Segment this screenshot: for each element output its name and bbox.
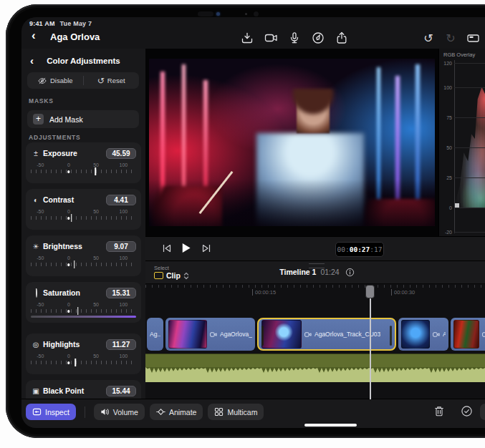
slider-cursor[interactable] (77, 307, 79, 315)
clip-camera-icon (210, 331, 217, 338)
slider-tick-label: 0 (67, 302, 70, 307)
highlights-icon: ◎ (31, 341, 41, 349)
saturation-gradient-strip (31, 316, 136, 318)
reset-label: Reset (107, 77, 125, 84)
import-icon (241, 31, 254, 44)
adjustment-exposure: ±Exposure45.59-50050100 (26, 142, 141, 183)
playhead-handle[interactable] (365, 285, 375, 298)
microphone-icon (288, 31, 301, 44)
timeline-clip[interactable]: AgaOrlova_Track_Wid... (165, 318, 255, 351)
slider-cursor[interactable] (71, 214, 72, 222)
volume-button[interactable]: Volume (94, 404, 145, 420)
info-icon (345, 268, 355, 277)
timeline-duration: 01:24 (320, 268, 339, 276)
adjustment-slider[interactable]: -50050100 (31, 354, 136, 369)
timecode-display[interactable]: 00:00:27:17 (335, 242, 384, 257)
audio-track[interactable] (145, 354, 485, 382)
adjustment-saturation: Saturation15.31-50050100 (26, 282, 141, 323)
skip-forward-button[interactable] (201, 243, 212, 257)
timeline-clip[interactable] (451, 318, 485, 351)
eye-slash-icon (37, 77, 47, 85)
redo-icon: ↻ (446, 31, 455, 45)
adjustment-slider[interactable]: -50050100 (31, 209, 136, 225)
slider-cursor[interactable] (95, 167, 96, 175)
adjustment-slider[interactable]: -50050100 (31, 302, 136, 318)
adjustment-slider[interactable]: -50050100 (31, 162, 136, 178)
done-button[interactable] (461, 405, 473, 420)
timeline-ruler[interactable]: 00:00:1500:00:30 (145, 283, 485, 301)
multicam-button[interactable]: Multicam (208, 404, 264, 420)
video-scene-layer (149, 59, 435, 226)
adjustment-label: Contrast (43, 195, 106, 204)
reset-button[interactable]: ↺ Reset (84, 72, 140, 89)
share-button[interactable] (333, 29, 350, 47)
color-adjustments-panel: ‹ Color Adjustments Disable ↺ Reset MASK… (21, 49, 146, 399)
partial-edge-button[interactable] (480, 404, 485, 420)
scope-gridline (454, 232, 485, 233)
scope-tick-label: 50 (442, 145, 452, 150)
slider-tick-label: 100 (120, 354, 128, 359)
slider-cursor[interactable] (75, 359, 77, 366)
adjustment-brightness: ☀Brightness9.07-50050100 (26, 235, 141, 276)
plus-minus-icon: ± (31, 150, 41, 157)
scope-gridline (454, 117, 485, 118)
import-button[interactable] (239, 29, 256, 47)
record-video-button[interactable] (262, 29, 279, 47)
jog-wheel-button[interactable] (464, 29, 481, 47)
delete-button[interactable] (433, 405, 445, 420)
timeline-clip[interactable]: Ag... (147, 318, 163, 351)
undo-button[interactable]: ↺ (420, 29, 437, 47)
slider-tick-label: 0 (67, 162, 70, 167)
timeline-clip-selected[interactable]: AgaOrlova_Track_CU03 (257, 318, 396, 351)
info-button[interactable] (345, 268, 355, 278)
contrast-icon: ◐ (31, 196, 41, 204)
adjustment-value-field[interactable]: 15.31 (106, 288, 136, 298)
panel-back-button[interactable]: ‹ (30, 54, 34, 67)
adjustment-label: Exposure (43, 149, 106, 157)
ruler-timestamp: 00:00:30 (391, 289, 415, 296)
add-mask-button[interactable]: + Add Mask (27, 110, 139, 128)
record-audio-button[interactable] (286, 29, 303, 47)
back-button[interactable]: ‹ (32, 29, 36, 43)
home-indicator[interactable] (304, 424, 357, 427)
viewer-area (145, 49, 438, 236)
adjustment-value-field[interactable]: 15.44 (106, 386, 136, 396)
redo-button[interactable]: ↻ (442, 29, 459, 47)
slider-tick-label: 100 (120, 255, 128, 260)
toolbar-divider (85, 406, 85, 418)
masks-heading: MASKS (29, 97, 54, 104)
scope-tick-label: 100 (442, 84, 452, 89)
skip-back-button[interactable] (161, 243, 173, 257)
status-date: Tue May 7 (60, 20, 92, 27)
inspect-button[interactable]: Inspect (26, 404, 76, 420)
scope-gridline (454, 87, 485, 88)
adjustments-list: ±Exposure45.59-50050100◐Contrast4.41-500… (26, 142, 141, 427)
slider-tick-label: 50 (93, 162, 99, 167)
adjustment-slider[interactable]: -50050100 (31, 255, 136, 271)
animate-icon (156, 407, 165, 417)
video-preview[interactable] (149, 59, 435, 226)
adjustment-value-field[interactable]: 11.27 (106, 339, 136, 350)
slider-tick-label: -50 (37, 302, 44, 307)
titles-button[interactable] (309, 29, 327, 47)
multicam-label: Multicam (227, 408, 257, 417)
clip-label: A... (443, 331, 446, 338)
slider-origin-dot (67, 310, 70, 313)
adjustment-value-field[interactable]: 9.07 (106, 241, 136, 252)
timeline-header: Select Clip Timeline 101:24 ⇅ (145, 261, 485, 284)
adjustment-value-field[interactable]: 4.41 (106, 195, 136, 205)
animate-button[interactable]: Animate (150, 404, 203, 420)
trim-handle-right[interactable] (390, 326, 392, 346)
adjustment-value-field[interactable]: 45.59 (106, 148, 136, 159)
timeline-clip[interactable]: A... (398, 318, 448, 351)
play-button[interactable] (179, 241, 193, 258)
trim-handle-left[interactable] (261, 326, 264, 346)
slider-tick-label: -50 (37, 209, 44, 214)
slider-cursor[interactable] (74, 260, 75, 268)
project-title: Aga Orlova (50, 31, 100, 42)
slider-origin-dot (67, 361, 70, 364)
disable-button[interactable]: Disable (27, 72, 83, 89)
slider-tick-label: 50 (93, 255, 99, 260)
scope-gridline (454, 208, 485, 208)
reset-icon: ↺ (97, 76, 105, 86)
